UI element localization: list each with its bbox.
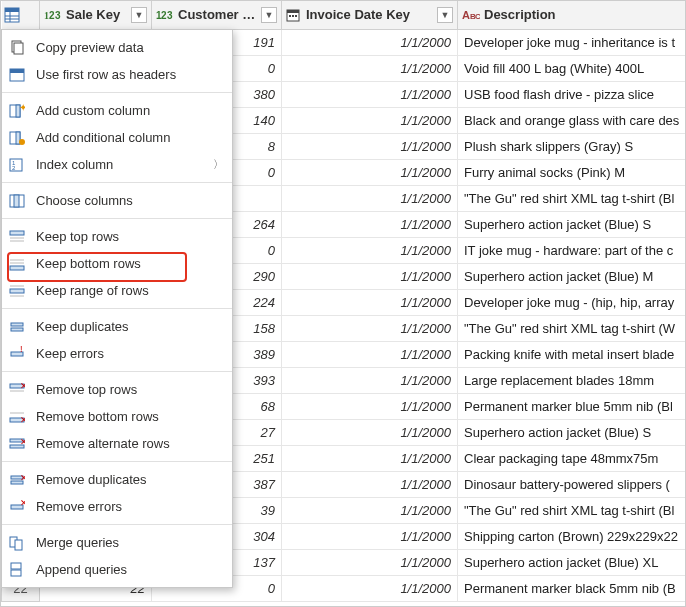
- menu-separator: [2, 92, 232, 93]
- cell-invoice-date[interactable]: 1/1/2000: [282, 575, 458, 601]
- svg-rect-64: [11, 570, 21, 576]
- keep-top-icon: [8, 228, 26, 246]
- column-header-customer-key[interactable]: 123 Customer Key ▼: [152, 1, 282, 29]
- cell-invoice-date[interactable]: 1/1/2000: [282, 107, 458, 133]
- cell-description[interactable]: USB food flash drive - pizza slice: [458, 81, 687, 107]
- svg-text:✕: ✕: [20, 499, 25, 508]
- cell-invoice-date[interactable]: 1/1/2000: [282, 185, 458, 211]
- menu-remove-bottom-rows[interactable]: ✕ Remove bottom rows: [2, 403, 232, 430]
- cell-description[interactable]: Permanent marker blue 5mm nib (Bl: [458, 393, 687, 419]
- chevron-right-icon: 〉: [213, 157, 224, 172]
- cell-description[interactable]: Superhero action jacket (Blue) M: [458, 263, 687, 289]
- menu-index-column[interactable]: 12 Index column 〉: [2, 151, 232, 178]
- svg-text:✦: ✦: [19, 103, 25, 113]
- column-header-invoice-date[interactable]: Invoice Date Key ▼: [282, 1, 458, 29]
- remove-top-icon: ✕: [8, 381, 26, 399]
- menu-remove-alternate-rows[interactable]: ✕ Remove alternate rows: [2, 430, 232, 457]
- cell-invoice-date[interactable]: 1/1/2000: [282, 367, 458, 393]
- column-title: Description: [484, 7, 683, 22]
- cell-description[interactable]: Furry animal socks (Pink) M: [458, 159, 687, 185]
- cell-description[interactable]: Void fill 400 L bag (White) 400L: [458, 55, 687, 81]
- cell-invoice-date[interactable]: 1/1/2000: [282, 159, 458, 185]
- svg-rect-39: [10, 266, 24, 270]
- menu-remove-duplicates[interactable]: ✕ Remove duplicates: [2, 466, 232, 493]
- cell-invoice-date[interactable]: 1/1/2000: [282, 419, 458, 445]
- cell-description[interactable]: "The Gu" red shirt XML tag t-shirt (Bl: [458, 185, 687, 211]
- cell-invoice-date[interactable]: 1/1/2000: [282, 393, 458, 419]
- column-header-row: 123 Sale Key ▼ 123 Customer Key ▼: [2, 1, 687, 29]
- svg-rect-62: [15, 540, 22, 550]
- remove-alternate-icon: ✕: [8, 435, 26, 453]
- cell-invoice-date[interactable]: 1/1/2000: [282, 237, 458, 263]
- menu-keep-range-rows[interactable]: Keep range of rows: [2, 277, 232, 304]
- date-type-icon: [286, 8, 302, 22]
- svg-rect-14: [292, 15, 294, 17]
- svg-text:A: A: [462, 9, 470, 21]
- menu-add-custom-column[interactable]: ✦ Add custom column: [2, 97, 232, 124]
- cell-invoice-date[interactable]: 1/1/2000: [282, 549, 458, 575]
- menu-copy-preview[interactable]: Copy preview data: [2, 34, 232, 61]
- keep-range-icon: [8, 282, 26, 300]
- cell-description[interactable]: Clear packaging tape 48mmx75m: [458, 445, 687, 471]
- svg-rect-44: [11, 328, 23, 331]
- menu-keep-bottom-rows[interactable]: Keep bottom rows: [2, 250, 232, 277]
- column-header-sale-key[interactable]: 123 Sale Key ▼: [40, 1, 152, 29]
- table-context-menu: Copy preview data Use first row as heade…: [1, 29, 233, 588]
- cell-invoice-date[interactable]: 1/1/2000: [282, 523, 458, 549]
- keep-errors-icon: !: [8, 345, 26, 363]
- column-filter-button[interactable]: ▼: [131, 7, 147, 23]
- menu-keep-top-rows[interactable]: Keep top rows: [2, 223, 232, 250]
- merge-icon: [8, 534, 26, 552]
- remove-duplicates-icon: ✕: [8, 471, 26, 489]
- cell-description[interactable]: Superhero action jacket (Blue) XL: [458, 549, 687, 575]
- column-filter-button[interactable]: ▼: [261, 7, 277, 23]
- menu-remove-top-rows[interactable]: ✕ Remove top rows: [2, 376, 232, 403]
- cell-description[interactable]: Superhero action jacket (Blue) S: [458, 211, 687, 237]
- cell-description[interactable]: Black and orange glass with care des: [458, 107, 687, 133]
- cell-invoice-date[interactable]: 1/1/2000: [282, 471, 458, 497]
- conditional-column-icon: [8, 129, 26, 147]
- cell-description[interactable]: Permanent marker black 5mm nib (B: [458, 575, 687, 601]
- menu-merge-queries[interactable]: Merge queries: [2, 529, 232, 556]
- cell-invoice-date[interactable]: 1/1/2000: [282, 341, 458, 367]
- cell-description[interactable]: Developer joke mug - (hip, hip, array: [458, 289, 687, 315]
- cell-invoice-date[interactable]: 1/1/2000: [282, 55, 458, 81]
- menu-choose-columns[interactable]: Choose columns: [2, 187, 232, 214]
- cell-invoice-date[interactable]: 1/1/2000: [282, 133, 458, 159]
- menu-use-first-row-headers[interactable]: Use first row as headers: [2, 61, 232, 88]
- column-header-description[interactable]: ABC Description: [458, 1, 687, 29]
- cell-invoice-date[interactable]: 1/1/2000: [282, 211, 458, 237]
- menu-keep-errors[interactable]: ! Keep errors: [2, 340, 232, 367]
- table-corner-button[interactable]: [2, 1, 40, 29]
- cell-invoice-date[interactable]: 1/1/2000: [282, 289, 458, 315]
- cell-description[interactable]: "The Gu" red shirt XML tag t-shirt (W: [458, 315, 687, 341]
- cell-description[interactable]: Developer joke mug - inheritance is t: [458, 29, 687, 55]
- cell-description[interactable]: Shipping carton (Brown) 229x229x22: [458, 523, 687, 549]
- cell-invoice-date[interactable]: 1/1/2000: [282, 497, 458, 523]
- menu-append-queries[interactable]: Append queries: [2, 556, 232, 583]
- svg-text:✕: ✕: [20, 382, 25, 391]
- cell-invoice-date[interactable]: 1/1/2000: [282, 29, 458, 55]
- cell-description[interactable]: Large replacement blades 18mm: [458, 367, 687, 393]
- cell-description[interactable]: Superhero action jacket (Blue) S: [458, 419, 687, 445]
- column-title: Sale Key: [66, 7, 127, 22]
- cell-invoice-date[interactable]: 1/1/2000: [282, 263, 458, 289]
- column-filter-button[interactable]: ▼: [437, 7, 453, 23]
- number-type-icon: 123: [44, 8, 62, 22]
- menu-remove-errors[interactable]: ✕ Remove errors: [2, 493, 232, 520]
- menu-add-conditional-column[interactable]: Add conditional column: [2, 124, 232, 151]
- table-icon: [4, 7, 38, 23]
- cell-description[interactable]: Packing knife with metal insert blade: [458, 341, 687, 367]
- cell-description[interactable]: IT joke mug - hardware: part of the c: [458, 237, 687, 263]
- svg-rect-22: [10, 69, 24, 73]
- cell-description[interactable]: "The Gu" red shirt XML tag t-shirt (Bl: [458, 497, 687, 523]
- cell-invoice-date[interactable]: 1/1/2000: [282, 315, 458, 341]
- svg-text:✕: ✕: [20, 473, 25, 483]
- cell-description[interactable]: Dinosaur battery-powered slippers (: [458, 471, 687, 497]
- cell-invoice-date[interactable]: 1/1/2000: [282, 445, 458, 471]
- svg-point-28: [19, 139, 25, 145]
- svg-rect-41: [10, 289, 24, 293]
- menu-keep-duplicates[interactable]: Keep duplicates: [2, 313, 232, 340]
- cell-invoice-date[interactable]: 1/1/2000: [282, 81, 458, 107]
- cell-description[interactable]: Plush shark slippers (Gray) S: [458, 133, 687, 159]
